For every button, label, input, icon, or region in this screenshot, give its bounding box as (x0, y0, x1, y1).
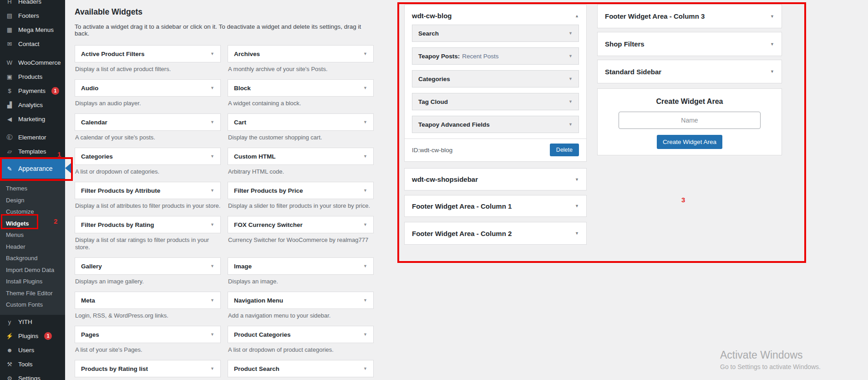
widget-name: FOX Currency Switcher (234, 221, 303, 228)
sidebar-item-contact[interactable]: ✉ Contact (0, 37, 65, 51)
available-widget-card: Filter Products by Attribute▼Display a l… (75, 182, 221, 216)
widget-custom-html[interactable]: Custom HTML▼ (228, 148, 374, 165)
widget-fox-currency-switcher[interactable]: FOX Currency Switcher▼ (228, 216, 374, 233)
widget-pages[interactable]: Pages▼ (75, 326, 221, 343)
available-widget-card: Archives▼A monthly archive of your site'… (228, 45, 374, 79)
widget-area-footer-column-2[interactable]: Footer Widget Area - Column 2▼ (404, 222, 587, 245)
payments-notification-badge: 1 (51, 87, 59, 95)
sidebar-item-analytics[interactable]: ▟ Analytics (0, 98, 65, 112)
mega-menus-icon: ▦ (5, 26, 14, 33)
widget-name: Gallery (81, 263, 102, 270)
widget-area-title: Footer Widget Area - Column 3 (605, 12, 705, 20)
widget-audio[interactable]: Audio▼ (75, 79, 221, 97)
sidebar-item-settings[interactable]: ⚙ Settings (0, 371, 65, 380)
widget-area-footer-column-1[interactable]: Footer Widget Area - Column 1▼ (404, 195, 587, 217)
widget-area-wdt-cw-shopsidebar[interactable]: wdt-cw-shopsidebar▼ (404, 168, 587, 190)
sidebar-item-label: Users (18, 347, 34, 354)
sidebar-item-mega-menus[interactable]: ▦ Mega Menus (0, 23, 65, 37)
placed-widget-search[interactable]: Search ▼ (412, 25, 579, 42)
widget-description: Displays an image gallery. (75, 278, 221, 285)
chevron-down-icon: ▼ (569, 77, 573, 81)
submenu-item-custom-fonts[interactable]: Custom Fonts (0, 299, 65, 311)
widget-block[interactable]: Block▼ (228, 79, 374, 97)
submenu-item-theme-file-editor[interactable]: Theme File Editor (0, 288, 65, 299)
products-icon: ▣ (5, 73, 14, 80)
widget-filter-products-by-price[interactable]: Filter Products by Price▼ (228, 182, 374, 199)
widget-gallery[interactable]: Gallery▼ (75, 257, 221, 275)
submenu-item-install-plugins[interactable]: Install Plugins (0, 276, 65, 288)
submenu-item-design[interactable]: Design (0, 195, 65, 206)
sidebar-item-products[interactable]: ▣ Products (0, 70, 65, 84)
sidebar-item-label: Footers (18, 12, 39, 19)
widget-area-header[interactable]: wdt-cw-blog ▲ (405, 5, 586, 25)
chevron-down-icon: ▼ (569, 99, 573, 104)
woocommerce-icon: W (5, 59, 14, 66)
sidebar-item-marketing[interactable]: ◀ Marketing (0, 112, 65, 126)
widget-active-product-filters[interactable]: Active Product Filters▼ (75, 45, 221, 62)
widget-filter-products-by-attribute[interactable]: Filter Products by Attribute▼ (75, 182, 221, 199)
sidebar-item-label: Tools (18, 361, 33, 368)
widget-area-standard-sidebar[interactable]: Standard Sidebar▼ (597, 60, 782, 83)
widget-product-search[interactable]: Product Search▼ (228, 360, 374, 377)
chevron-down-icon: ▼ (569, 54, 573, 58)
sidebar-item-woocommerce[interactable]: W WooCommerce (0, 56, 65, 70)
chevron-down-icon: ▼ (363, 264, 367, 268)
widget-area-footer-column-3[interactable]: Footer Widget Area - Column 3▼ (597, 4, 782, 28)
placed-widget-teapoy-advanced-fields[interactable]: Teapoy Advanced Fields ▼ (412, 116, 579, 133)
create-widget-area-button[interactable]: Create Widget Area (657, 135, 722, 149)
widget-products-by-rating-list[interactable]: Products by Rating list▼ (75, 360, 221, 377)
sidebar-item-tools[interactable]: ⚒ Tools (0, 357, 65, 371)
widget-categories[interactable]: Categories▼ (75, 148, 221, 165)
sidebar-item-label: Contact (18, 41, 40, 47)
current-menu-arrow-icon (65, 163, 71, 173)
widget-product-categories[interactable]: Product Categories▼ (228, 326, 374, 343)
chevron-down-icon: ▼ (363, 154, 367, 159)
sidebar-item-payments[interactable]: $ Payments 1 (0, 84, 65, 98)
widget-cart[interactable]: Cart▼ (228, 113, 374, 131)
sidebar-item-label: Mega Menus (18, 26, 54, 33)
sidebar-item-plugins[interactable]: ⚡ Plugins 1 (0, 329, 65, 343)
widget-name: Active Product Filters (81, 51, 145, 57)
sidebar-item-yith[interactable]: y YITH (0, 315, 65, 329)
placed-widget-teapoy-posts[interactable]: Teapoy Posts:Recent Posts ▼ (412, 47, 579, 65)
placed-widget-subtitle: Recent Posts (462, 53, 498, 60)
sidebar-item-users[interactable]: ☻ Users (0, 343, 65, 357)
submenu-item-themes[interactable]: Themes (0, 183, 65, 195)
widget-area-id: ID:wdt-cw-blog (412, 147, 452, 154)
placed-widget-name: Teapoy Posts: (418, 53, 460, 60)
sidebar-item-elementor[interactable]: Ⓔ Elementor (0, 130, 65, 144)
sidebar-item-headers[interactable]: H Headers (0, 0, 65, 9)
widget-meta[interactable]: Meta▼ (75, 292, 221, 309)
chevron-down-icon: ▼ (363, 222, 367, 227)
submenu-item-header[interactable]: Header (0, 241, 65, 253)
widget-description: Display a list of attributes to filter p… (75, 202, 221, 210)
chevron-down-icon: ▼ (575, 204, 579, 208)
widget-description: Display a list of active product filters… (75, 66, 221, 73)
submenu-item-customize[interactable]: Customize (0, 206, 65, 218)
sidebar-item-appearance[interactable]: ✎ Appearance (0, 159, 65, 179)
chevron-down-icon: ▼ (363, 188, 367, 193)
widget-area-name-input[interactable] (619, 112, 761, 129)
chevron-down-icon: ▼ (210, 188, 214, 193)
widget-archives[interactable]: Archives▼ (228, 45, 374, 62)
chevron-up-icon: ▲ (575, 14, 579, 18)
widget-calendar[interactable]: Calendar▼ (75, 113, 221, 131)
available-widget-card: Gallery▼Displays an image gallery. (75, 257, 221, 292)
yith-icon: y (5, 318, 14, 325)
submenu-item-background[interactable]: Background (0, 252, 65, 264)
submenu-item-menus[interactable]: Menus (0, 229, 65, 241)
chevron-down-icon: ▼ (210, 366, 214, 371)
widget-area-shop-filters[interactable]: Shop Filters▼ (597, 32, 782, 56)
widget-filter-products-by-rating[interactable]: Filter Products by Rating▼ (75, 216, 221, 233)
widget-name: Product Search (234, 365, 279, 372)
submenu-item-import-demo-data[interactable]: Import Demo Data (0, 264, 65, 276)
sidebar-item-templates[interactable]: ▱ Templates (0, 144, 65, 159)
placed-widget-tag-cloud[interactable]: Tag Cloud ▼ (412, 93, 579, 110)
widget-navigation-menu[interactable]: Navigation Menu▼ (228, 292, 374, 309)
menu-separator (0, 126, 65, 130)
widget-area-title: wdt-cw-blog (412, 12, 452, 20)
placed-widget-categories[interactable]: Categories ▼ (412, 70, 579, 87)
delete-button[interactable]: Delete (550, 144, 579, 156)
widget-image[interactable]: Image▼ (228, 257, 374, 275)
sidebar-item-footers[interactable]: ▤ Footers (0, 9, 65, 23)
